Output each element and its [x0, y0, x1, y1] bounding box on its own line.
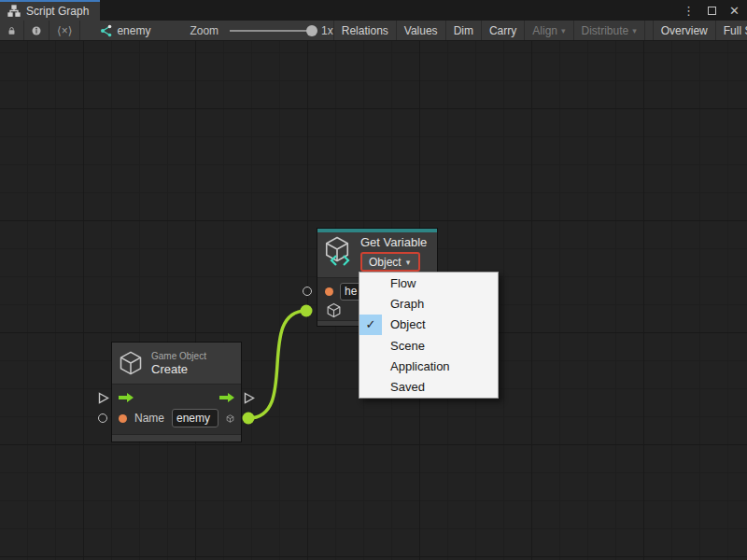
graph-breadcrumb[interactable]: enemy — [99, 24, 150, 37]
node-header: Game Object Create — [112, 343, 241, 384]
tab-label: Script Graph — [26, 5, 89, 18]
zoom-control: Zoom 1x — [190, 24, 332, 37]
scope-label: Object — [369, 256, 402, 269]
check-cell — [359, 293, 382, 314]
menu-item-label: Application — [382, 359, 450, 373]
check-cell — [359, 273, 382, 293]
flow-arrow-icon[interactable] — [118, 392, 134, 403]
info-icon — [32, 24, 41, 37]
full-screen-button[interactable]: Full Screen — [716, 21, 747, 40]
check-cell — [359, 377, 382, 398]
menu-item-flow[interactable]: Flow — [359, 273, 498, 293]
values-button[interactable]: Values — [397, 21, 445, 40]
graph-name: enemy — [117, 24, 150, 37]
lock-icon — [7, 24, 16, 37]
port-row-object — [326, 302, 342, 318]
maximize-icon[interactable] — [708, 7, 716, 15]
graph-toolbar: ⟨×⟩ enemy Zoom 1x Relations Values Dim C… — [0, 21, 747, 41]
menu-item-saved[interactable]: Saved — [359, 377, 498, 398]
menu-item-object[interactable]: ✓ Object — [359, 315, 498, 335]
flow-output-port-triangle[interactable] — [244, 392, 255, 404]
input-port-circle[interactable] — [303, 287, 312, 296]
scope-dropdown-menu: Flow Graph ✓ Object Scene Application Sa… — [359, 272, 499, 399]
carry-label: Carry — [489, 24, 516, 37]
node-title: Create — [151, 362, 206, 377]
info-button[interactable] — [24, 21, 49, 40]
menu-item-label: Saved — [382, 380, 425, 394]
wire-end-dot — [301, 305, 313, 317]
carry-button[interactable]: Carry — [482, 21, 524, 40]
zoom-slider[interactable] — [230, 30, 316, 32]
window-controls: ⋮ ✕ — [683, 0, 747, 21]
toolbar-right-group: Relations Values Dim Carry Align ▾ Distr… — [333, 21, 747, 40]
menu-item-label: Graph — [382, 297, 424, 311]
toolbar-gap — [645, 21, 653, 40]
cube-icon — [226, 411, 234, 427]
menu-item-label: Flow — [382, 276, 416, 290]
overview-label: Overview — [661, 24, 708, 37]
string-port-dot[interactable] — [119, 414, 127, 423]
window-menu-button[interactable]: ⋮ — [683, 4, 695, 18]
menu-item-application[interactable]: Application — [359, 356, 498, 376]
relations-button[interactable]: Relations — [334, 21, 396, 40]
dim-button[interactable]: Dim — [446, 21, 481, 40]
graph-icon — [99, 24, 112, 37]
zoom-slider-handle[interactable] — [306, 25, 317, 36]
flow-input-port-triangle[interactable] — [98, 392, 109, 404]
graph-canvas[interactable]: Get Variable Object ▾ — [0, 41, 747, 560]
tab-bar: Script Graph ⋮ ✕ — [0, 0, 747, 21]
zoom-value: 1x — [321, 24, 333, 37]
name-value-field[interactable] — [172, 409, 218, 427]
code-icon: ⟨×⟩ — [57, 24, 72, 37]
chevron-down-icon: ▾ — [632, 26, 637, 35]
node-create-game-object[interactable]: Game Object Create Name — [112, 343, 241, 441]
wire-start-dot — [243, 413, 255, 425]
dim-label: Dim — [454, 24, 473, 37]
values-label: Values — [404, 24, 438, 37]
flow-arrow-icon[interactable] — [218, 392, 235, 403]
menu-item-scene[interactable]: Scene — [359, 335, 498, 356]
tab-script-graph[interactable]: Script Graph — [0, 0, 100, 21]
lock-button[interactable] — [0, 21, 23, 40]
zoom-label: Zoom — [190, 24, 218, 37]
code-view-button[interactable]: ⟨×⟩ — [49, 21, 79, 40]
full-screen-label: Full Screen — [724, 24, 747, 37]
node-title: Get Variable — [360, 235, 427, 250]
menu-item-label: Scene — [382, 339, 425, 353]
chevron-down-icon: ▾ — [561, 26, 566, 35]
align-button[interactable]: Align ▾ — [525, 21, 572, 40]
teal-brackets-icon — [330, 255, 350, 266]
align-label: Align — [532, 24, 557, 37]
name-port-row: Name — [119, 409, 234, 427]
chevron-down-icon: ▾ — [406, 258, 411, 267]
node-header: Get Variable Object ▾ — [317, 232, 437, 277]
cube-icon — [118, 350, 144, 376]
input-label: Name — [134, 412, 164, 425]
distribute-button[interactable]: Distribute ▾ — [574, 21, 644, 40]
checkmark-icon: ✓ — [359, 315, 382, 335]
node-category: Game Object — [151, 350, 206, 362]
relations-label: Relations — [342, 24, 388, 37]
close-icon[interactable]: ✕ — [729, 4, 740, 18]
script-graph-icon — [7, 5, 21, 18]
input-port-circle[interactable] — [98, 413, 107, 423]
overview-button[interactable]: Overview — [654, 21, 715, 40]
node-body: Name — [112, 384, 241, 434]
toolbar-divider — [79, 21, 80, 40]
flow-port-row — [118, 388, 235, 407]
menu-item-graph[interactable]: Graph — [359, 293, 498, 314]
distribute-label: Distribute — [582, 24, 629, 37]
menu-item-label: Object — [382, 317, 426, 331]
string-port-dot[interactable] — [325, 287, 333, 296]
cube-icon — [326, 302, 342, 318]
variable-scope-dropdown[interactable]: Object ▾ — [360, 252, 420, 272]
node-footer — [112, 434, 241, 441]
check-cell — [359, 335, 382, 356]
check-cell — [359, 356, 382, 376]
